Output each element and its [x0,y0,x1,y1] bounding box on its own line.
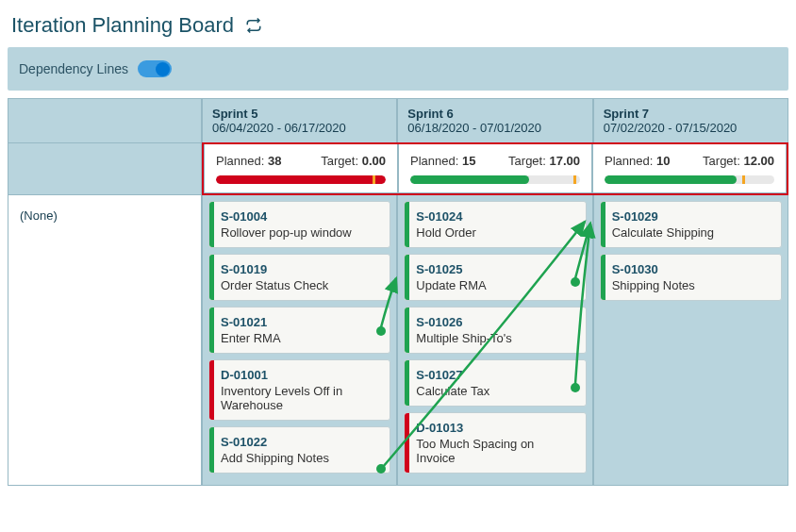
card-s-01026[interactable]: S-01026Multiple Ship-To's [404,307,586,354]
capacity-highlight: Planned: 38 Target: 0.00 Planned: 15 Tar… [202,142,788,195]
dependency-lines-label: Dependency Lines [19,61,128,76]
sprint-header-6[interactable]: Sprint 6 06/18/2020 - 07/01/2020 [397,98,592,143]
toolbar: Dependency Lines [8,47,788,91]
capacity-bar [605,175,774,184]
sprint-name: Sprint 7 [604,107,778,121]
sprint-5-column[interactable]: S-01004Rollover pop-up window S-01019Ord… [202,195,397,486]
dependency-lines-toggle[interactable] [138,60,172,77]
capacity-sprint-5: Planned: 38 Target: 0.00 [204,144,398,193]
card-s-01024[interactable]: S-01024Hold Order [404,201,586,248]
card-s-01022[interactable]: S-01022Add Shipping Notes [208,426,390,474]
capacity-bar [216,175,386,184]
sprint-7-column[interactable]: S-01029Calculate Shipping S-01030Shippin… [593,195,788,486]
swimlane-label: (None) [8,195,202,486]
card-d-01001[interactable]: D-01001Inventory Levels Off in Warehouse [208,359,390,421]
card-s-01030[interactable]: S-01030Shipping Notes [600,254,782,301]
card-s-01027[interactable]: S-01027Calculate Tax [404,359,586,407]
sprint-dates: 06/18/2020 - 07/01/2020 [407,121,582,135]
card-s-01029[interactable]: S-01029Calculate Shipping [600,201,782,248]
card-s-01025[interactable]: S-01025Update RMA [404,254,586,301]
capacity-left-empty [8,143,202,195]
capacity-bar [410,175,580,184]
sprint-dates: 06/04/2020 - 06/17/2020 [212,121,387,135]
card-d-01013[interactable]: D-01013Too Much Spacing on Invoice [404,412,586,474]
card-s-01021[interactable]: S-01021Enter RMA [208,307,390,354]
page-title: Iteration Planning Board [11,13,234,38]
sprint-name: Sprint 5 [212,107,387,121]
card-s-01004[interactable]: S-01004Rollover pop-up window [208,201,390,248]
card-s-01019[interactable]: S-01019Order Status Check [208,254,390,301]
sprint-header-5[interactable]: Sprint 5 06/04/2020 - 06/17/2020 [202,98,397,143]
sprint-6-column[interactable]: S-01024Hold Order S-01025Update RMA S-01… [397,195,592,486]
capacity-sprint-7: Planned: 10 Target: 12.00 [592,144,787,193]
capacity-sprint-6: Planned: 15 Target: 17.00 [398,144,592,193]
sync-icon[interactable] [245,17,262,34]
row-header-empty [8,98,202,143]
sprint-dates: 07/02/2020 - 07/15/2020 [604,121,778,135]
sprint-name: Sprint 6 [407,107,582,121]
sprint-header-7[interactable]: Sprint 7 07/02/2020 - 07/15/2020 [593,98,788,143]
